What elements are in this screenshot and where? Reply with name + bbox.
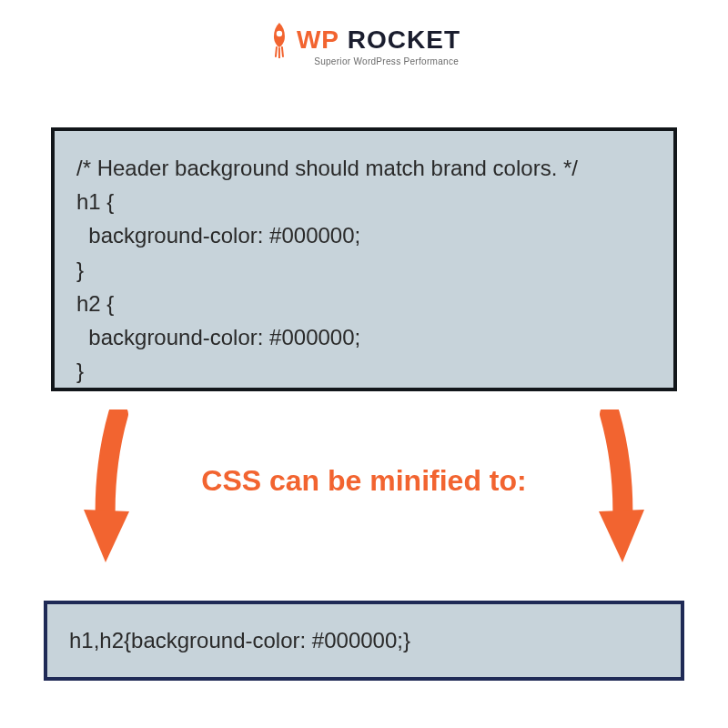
code-after-box: h1,h2{background-color: #000000;} xyxy=(44,601,684,681)
code-before-box: /* Header background should match brand … xyxy=(51,127,677,391)
logo-text-rocket: ROCKET xyxy=(339,25,460,54)
arrow-down-icon xyxy=(582,410,655,573)
code-line: /* Header background should match brand … xyxy=(76,151,652,185)
logo-text-wp: WP xyxy=(297,25,339,54)
rocket-icon xyxy=(268,22,291,58)
code-line: h2 { xyxy=(76,287,652,320)
code-line: background-color: #000000; xyxy=(76,320,652,354)
code-line: h1 { xyxy=(76,185,652,218)
brand-logo: WP ROCKET Superior WordPress Performance xyxy=(268,22,460,66)
code-line: } xyxy=(76,354,652,388)
arrow-down-icon xyxy=(73,410,146,573)
logo-row: WP ROCKET xyxy=(268,22,460,58)
code-line: background-color: #000000; xyxy=(76,218,652,252)
code-line: } xyxy=(76,253,652,287)
caption-text: CSS can be minified to: xyxy=(201,464,526,498)
logo-text: WP ROCKET xyxy=(297,25,460,55)
code-line: h1,h2{background-color: #000000;} xyxy=(69,628,659,653)
svg-point-0 xyxy=(277,31,282,36)
logo-tagline: Superior WordPress Performance xyxy=(268,56,460,66)
